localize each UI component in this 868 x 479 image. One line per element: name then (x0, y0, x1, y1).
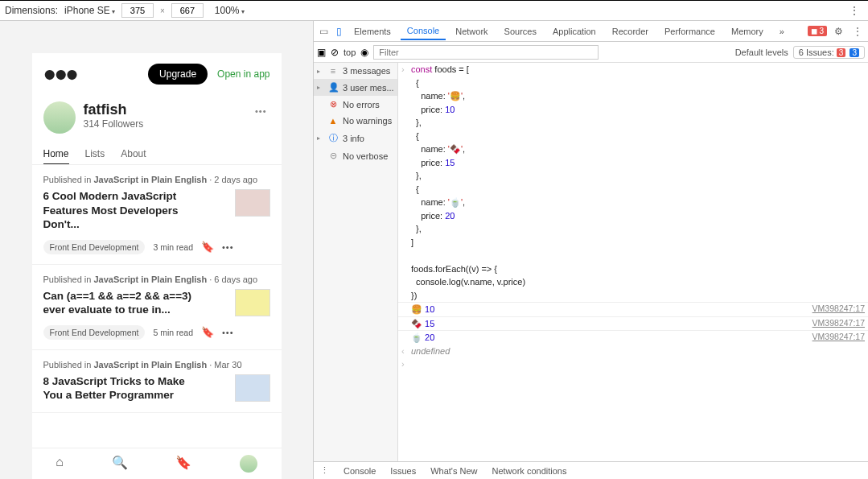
follower-count: 314 Followers (84, 118, 144, 130)
issues-pill[interactable]: 6 Issues: 3 3 (793, 46, 865, 59)
drawer-tab-console[interactable]: Console (343, 466, 376, 476)
bottom-nav: ⌂ 🔍 🔖 (32, 448, 282, 479)
sidebar-verbose[interactable]: ⊝No verbose (314, 147, 397, 164)
tab-memory[interactable]: Memory (725, 23, 770, 39)
clear-console-icon[interactable]: ⊘ (331, 47, 339, 58)
settings-icon[interactable]: ⚙ (832, 26, 845, 37)
viewport-width-input[interactable] (121, 3, 154, 18)
article-more-icon[interactable]: ••• (222, 242, 234, 252)
console-filter-input[interactable] (373, 45, 599, 60)
article-card[interactable]: Published in JavaScript in Plain English… (32, 265, 282, 350)
dimension-separator: × (160, 6, 165, 15)
tab-application[interactable]: Application (546, 23, 603, 39)
live-expression-icon[interactable]: ◉ (360, 47, 368, 58)
bookmarks-icon[interactable]: 🔖 (175, 455, 191, 473)
article-title: 8 JavaScript Tricks to Make You a Better… (43, 374, 204, 403)
article-tag[interactable]: Front End Development (43, 240, 146, 254)
article-thumbnail (235, 374, 270, 402)
profile-avatar[interactable] (43, 101, 76, 134)
sidebar-user-messages[interactable]: ▸👤3 user mes... (314, 79, 397, 96)
tab-more[interactable]: » (773, 23, 791, 39)
tab-sources[interactable]: Sources (498, 23, 543, 39)
viewport-height-input[interactable] (171, 3, 204, 18)
sidebar-warnings[interactable]: ▲No warnings (314, 113, 397, 129)
medium-logo-icon[interactable]: ●●● (43, 61, 77, 87)
device-mode-icon[interactable]: ▯ (334, 26, 344, 37)
console-sidebar: ▸≡3 messages ▸👤3 user mes... ⊗No errors … (314, 63, 398, 461)
tab-home[interactable]: Home (43, 148, 69, 164)
drawer-tab-network-conditions[interactable]: Network conditions (492, 466, 567, 476)
drawer-tab-whatsnew[interactable]: What's New (430, 466, 477, 476)
article-more-icon[interactable]: ••• (222, 328, 234, 337)
devtools-menu-icon[interactable]: ⋮ (850, 26, 865, 37)
bookmark-icon[interactable]: 🔖 (201, 326, 214, 338)
device-selector[interactable]: iPhone SE (64, 5, 115, 16)
article-card[interactable]: Published in JavaScript in Plain English… (32, 350, 282, 413)
zoom-selector[interactable]: 100% (215, 5, 245, 16)
home-icon[interactable]: ⌂ (56, 455, 64, 473)
inspect-element-icon[interactable]: ▭ (317, 26, 331, 37)
tab-performance[interactable]: Performance (658, 23, 722, 39)
tab-console[interactable]: Console (401, 23, 446, 40)
source-link[interactable]: VM398247:17 (812, 331, 865, 344)
sidebar-errors[interactable]: ⊗No errors (314, 96, 397, 113)
log-levels-selector[interactable]: Default levels (735, 47, 788, 57)
tab-network[interactable]: Network (449, 23, 494, 39)
tab-elements[interactable]: Elements (348, 23, 397, 39)
dimensions-label: Dimensions: (5, 5, 58, 16)
sidebar-toggle-icon[interactable]: ▣ (317, 47, 326, 58)
read-time: 5 min read (153, 328, 193, 337)
tab-recorder[interactable]: Recorder (606, 23, 655, 39)
bookmark-icon[interactable]: 🔖 (201, 241, 214, 253)
profile-name: fatfish (84, 101, 144, 118)
article-thumbnail (235, 189, 270, 217)
article-title: 6 Cool Modern JavaScript Features Most D… (43, 189, 204, 232)
article-title: Can (a==1 && a==2 && a==3) ever evaluate… (43, 289, 204, 317)
drawer-tab-issues[interactable]: Issues (390, 466, 416, 476)
open-in-app-link[interactable]: Open in app (217, 68, 269, 80)
profile-more-icon[interactable]: ••• (255, 106, 267, 116)
rendered-page: ●●● Upgrade Open in app fatfish 314 Foll… (32, 53, 282, 479)
upgrade-button[interactable]: Upgrade (148, 64, 208, 85)
context-selector[interactable]: top (343, 47, 356, 57)
device-toolbar: Dimensions: iPhone SE × 100% ⋮ (0, 0, 868, 21)
error-count-badge[interactable]: ◼ 3 (808, 26, 827, 36)
sidebar-messages[interactable]: ▸≡3 messages (314, 63, 397, 79)
read-time: 3 min read (153, 242, 193, 252)
tab-lists[interactable]: Lists (85, 148, 105, 159)
nav-avatar[interactable] (240, 455, 257, 473)
article-tag[interactable]: Front End Development (43, 325, 146, 340)
article-thumbnail (235, 289, 270, 316)
devtools-panel: ▭ ▯ Elements Console Network Sources App… (313, 21, 868, 479)
drawer-menu-icon[interactable]: ⋮ (320, 465, 329, 476)
article-card[interactable]: Published in JavaScript in Plain English… (32, 165, 282, 265)
source-link[interactable]: VM398247:17 (812, 317, 865, 330)
device-viewport: ●●● Upgrade Open in app fatfish 314 Foll… (0, 21, 313, 479)
device-toolbar-menu[interactable]: ⋮ (845, 4, 863, 17)
sidebar-info[interactable]: ▸ⓘ3 info (314, 129, 397, 147)
source-link[interactable]: VM398247:17 (812, 303, 865, 316)
search-icon[interactable]: 🔍 (112, 455, 128, 473)
devtools-drawer: ⋮ Console Issues What's New Network cond… (314, 461, 868, 479)
console-log-area[interactable]: ›const foods = [ { name: '🍔', price: 10 … (398, 63, 868, 461)
tab-about[interactable]: About (121, 148, 146, 159)
